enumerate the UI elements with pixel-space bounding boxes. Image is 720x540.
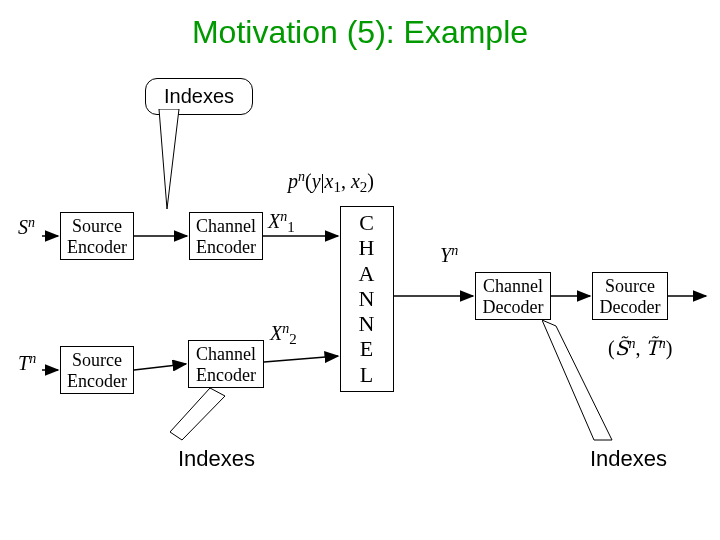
label-X2n: Xn2 [270,322,297,345]
svg-line-3 [134,364,186,370]
svg-line-5 [264,356,338,362]
source-encoder-1: SourceEncoder [60,212,134,260]
source-encoder-2: SourceEncoder [60,346,134,394]
callout-tail-bottom-left [170,388,230,444]
channel-box: CHANNEL [340,206,394,392]
callout-indexes-bottom-left: Indexes [160,440,273,478]
label-Sn: Sn [18,216,35,239]
label-Tn: Tn [18,352,36,375]
channel-encoder-1: ChannelEncoder [189,212,263,260]
channel-decoder: ChannelDecoder [475,272,551,320]
callout-tail-top [149,109,189,217]
label-Yn: Yn [440,244,458,267]
page-title: Motivation (5): Example [0,14,720,51]
label-X1n: Xn1 [268,210,295,233]
channel-encoder-2: ChannelEncoder [188,340,264,388]
label-output: (S̃n, T̃n) [608,336,672,360]
callout-indexes-bottom-right: Indexes [572,440,685,478]
label-conditional: pn(y|x1, x2) [288,170,374,193]
source-decoder: SourceDecoder [592,272,668,320]
